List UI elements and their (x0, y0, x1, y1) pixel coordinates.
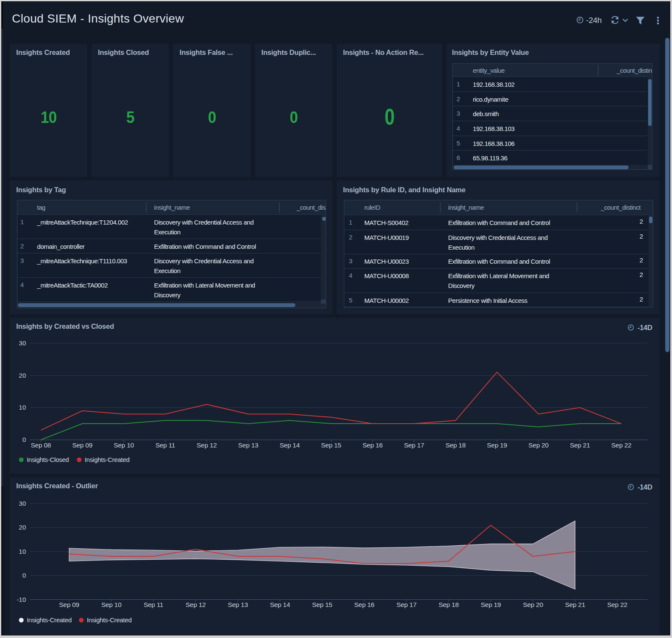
svg-text:10: 10 (19, 404, 26, 411)
svg-text:Insights-Created: Insights-Created (27, 616, 71, 624)
svg-text:10: 10 (19, 548, 26, 555)
svg-text:Sep 22: Sep 22 (611, 441, 631, 449)
svg-text:-10: -10 (17, 596, 26, 603)
svg-text:Sep 19: Sep 19 (487, 441, 507, 449)
svg-text:Sep 21: Sep 21 (570, 441, 590, 449)
svg-text:Sep 15: Sep 15 (321, 441, 341, 449)
svg-text:Sep 09: Sep 09 (72, 441, 92, 449)
svg-text:Sep 12: Sep 12 (186, 601, 206, 608)
svg-text:Sep 08: Sep 08 (31, 441, 51, 449)
svg-text:Sep 17: Sep 17 (404, 441, 424, 449)
svg-text:Sep 20: Sep 20 (523, 601, 543, 608)
svg-text:30: 30 (19, 500, 26, 507)
svg-text:Sep 16: Sep 16 (354, 601, 374, 608)
svg-text:Sep 17: Sep 17 (396, 601, 416, 608)
svg-text:Sep 19: Sep 19 (481, 601, 501, 608)
svg-text:Sep 11: Sep 11 (155, 441, 175, 449)
svg-text:Sep 20: Sep 20 (529, 441, 549, 449)
svg-text:-24h: -24h (586, 16, 602, 25)
svg-text:Sep 11: Sep 11 (144, 601, 163, 608)
svg-text:0: 0 (23, 436, 26, 443)
svg-text:Insights-Created: Insights-Created (87, 616, 132, 624)
svg-text:Sep 12: Sep 12 (197, 441, 217, 449)
svg-text:Sep 18: Sep 18 (438, 601, 458, 608)
svg-text:Sep 14: Sep 14 (270, 601, 290, 608)
svg-text:Insights-Closed: Insights-Closed (27, 456, 69, 463)
svg-text:Sep 16: Sep 16 (363, 441, 383, 449)
svg-text:Sep 13: Sep 13 (238, 441, 258, 449)
svg-text:Sep 21: Sep 21 (565, 601, 585, 608)
svg-text:Insights-Created: Insights-Created (85, 456, 129, 463)
svg-text:Sep 13: Sep 13 (228, 601, 248, 608)
svg-text:Sep 22: Sep 22 (607, 601, 627, 608)
svg-text:Sep 09: Sep 09 (59, 601, 79, 608)
svg-text:30: 30 (19, 339, 26, 347)
svg-text:Sep 14: Sep 14 (280, 441, 300, 449)
svg-text:20: 20 (19, 524, 26, 531)
svg-text:Sep 18: Sep 18 (446, 441, 466, 449)
svg-text:Sep 10: Sep 10 (101, 601, 122, 608)
svg-text:0: 0 (23, 572, 26, 579)
svg-text:20: 20 (19, 372, 26, 379)
svg-text:Sep 10: Sep 10 (114, 441, 134, 449)
svg-text:Sep 15: Sep 15 (312, 601, 332, 608)
